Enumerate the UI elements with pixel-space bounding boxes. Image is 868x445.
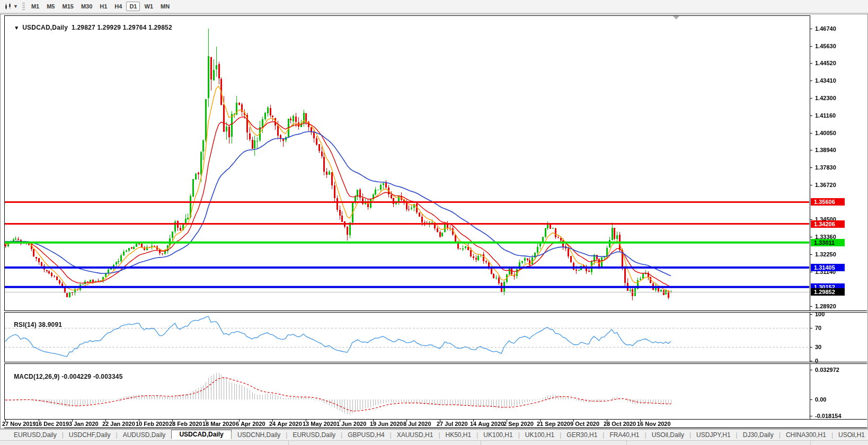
ohlc-open: 1.29827 — [72, 24, 95, 31]
status-section — [481, 441, 627, 445]
tab-11-ger30-h1[interactable]: GER30,H1 — [560, 431, 604, 439]
macd-label: MACD(12,26,9) -0.004229 -0.003345 — [6, 366, 123, 388]
tab-5-eurusd-daily[interactable]: EURUSD,Daily — [286, 431, 342, 439]
tab-6-gbpusd-h4[interactable]: GBPUSD,H4 — [341, 431, 391, 439]
chart-title: ▼USDCAD,Daily 1.29827 1.29929 1.29764 1.… — [6, 16, 172, 39]
symbol-title: USDCAD,Daily — [22, 24, 68, 31]
timeframe-button-m1[interactable]: M1 — [28, 2, 42, 11]
tab-14-usdjpy-h1[interactable]: USDJPY,H1 — [690, 431, 737, 439]
rsi-value: 38.9091 — [38, 321, 62, 328]
status-section — [289, 441, 481, 445]
toolbar-grip — [22, 2, 25, 11]
macd-main-value: -0.004229 — [61, 373, 91, 380]
rsi-indicator-name: RSI(14) — [14, 321, 37, 328]
top-toolbar: ▼ M1M5M15M30H1H4D1W1MN — [0, 0, 868, 13]
ohlc-close: 1.29852 — [148, 24, 172, 31]
tab-10-uk100-h1[interactable]: UK100,H1 — [519, 431, 561, 439]
timeframe-button-d1[interactable]: D1 — [126, 2, 140, 11]
tab-12-fra40-h1[interactable]: FRA40,H1 — [603, 431, 645, 439]
tab-4-usdcnh-daily[interactable]: USDCNH,Daily — [231, 431, 287, 439]
price-chart-canvas[interactable] — [0, 0, 868, 445]
ohlc-high: 1.29929 — [97, 24, 121, 31]
tab-1-usdchf-daily[interactable]: USDCHF,Daily — [63, 431, 117, 439]
candlestick-chart-icon — [4, 3, 12, 11]
chart-mode-button[interactable]: ▼ — [2, 1, 20, 12]
timeframe-buttons: M1M5M15M30H1H4D1W1MN — [28, 2, 173, 11]
timeframe-button-mn[interactable]: MN — [157, 2, 173, 11]
tab-16-china300-h1[interactable]: CHINA300,H1 — [780, 431, 832, 439]
tab-8-hk50-h1[interactable]: HK50,H1 — [439, 431, 478, 439]
mt4-window: ▼ M1M5M15M30H1H4D1W1MN ▼USDCAD,Daily 1.2… — [0, 0, 868, 445]
title-collapse-icon[interactable]: ▼ — [14, 25, 19, 31]
tab-13-usoil-daily[interactable]: USOil,Daily — [645, 431, 690, 439]
status-section — [0, 441, 289, 445]
tab-15-dj30-daily[interactable]: DJ30,Daily — [737, 431, 780, 439]
status-section — [627, 441, 811, 445]
macd-signal-value: -0.003345 — [93, 373, 123, 380]
status-bar — [0, 440, 868, 445]
chevron-down-icon: ▼ — [13, 4, 18, 9]
symbol-tabs: ◄ ► EURUSD,Daily|USDCHF,Daily|AUDUSD,Dai… — [0, 429, 868, 440]
timeframe-button-m15[interactable]: M15 — [59, 2, 76, 11]
timeframe-button-m30[interactable]: M30 — [78, 2, 95, 11]
timeframe-button-h4[interactable]: H4 — [111, 2, 125, 11]
tab-17-usoil-h1[interactable]: USOil,H1 — [832, 431, 868, 439]
ohlc-low: 1.29764 — [123, 24, 147, 31]
timeframe-button-w1[interactable]: W1 — [141, 2, 156, 11]
tab-7-xauusd-h1[interactable]: XAUUSD,H1 — [391, 431, 440, 439]
macd-indicator-name: MACD(12,26,9) — [14, 373, 60, 380]
tab-3-usdcad-daily[interactable]: USDCAD,Daily — [171, 430, 231, 439]
timeframe-button-m5[interactable]: M5 — [43, 2, 58, 11]
timeframe-button-h1[interactable]: H1 — [96, 2, 110, 11]
tab-2-audusd-daily[interactable]: AUDUSD,Daily — [117, 431, 172, 439]
rsi-label: RSI(14) 38.9091 — [6, 314, 62, 336]
tab-9-uk100-h1[interactable]: UK100,H1 — [477, 431, 519, 439]
tab-0-eurusd-daily[interactable]: EURUSD,Daily — [7, 431, 63, 439]
